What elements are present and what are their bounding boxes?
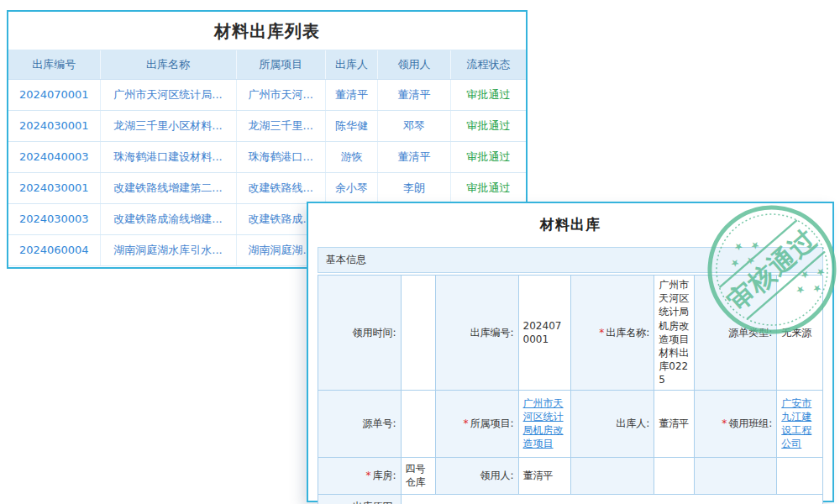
cell-status: 审批通过 (451, 141, 526, 172)
cell-name: 龙湖三千里小区材料... (100, 110, 236, 141)
cell-status: 审批通过 (451, 79, 526, 110)
recipient-label: 领用人: (436, 457, 519, 494)
cell-recipient: 董清平 (377, 79, 450, 110)
source-no-value (401, 390, 435, 457)
cell-id[interactable]: 2024030001 (8, 172, 100, 203)
source-type-label: 源单类型: (694, 276, 777, 391)
column-header: 领用人 (377, 50, 450, 79)
cell-recipient: 李朗 (377, 172, 450, 203)
cell-id[interactable]: 2024060004 (8, 234, 100, 265)
recipient-value: 董清平 (518, 457, 571, 494)
issuer-label: 出库人: (571, 390, 654, 457)
empty-value-cell (777, 457, 823, 494)
empty-label-cell (571, 457, 654, 494)
outbound-name-label: *出库名称: (571, 276, 654, 391)
cell-id[interactable]: 2024030001 (8, 110, 100, 141)
table-row[interactable]: 2024030001龙湖三千里小区材料...龙湖三千里...陈华健邓琴审批通过 (8, 110, 526, 141)
cell-project: 龙湖三千里... (236, 110, 326, 141)
required-marker: * (722, 417, 727, 429)
list-title: 材料出库列表 (8, 12, 526, 50)
source-type-value: 无来源 (777, 276, 823, 391)
cell-issuer: 游恢 (326, 141, 378, 172)
column-header: 出库编号 (8, 50, 100, 79)
section-header-basic-info: 基本信息 (318, 247, 823, 273)
cell-issuer: 陈华健 (326, 110, 378, 141)
outbound-no-value: 2024070001 (518, 276, 571, 391)
usage-time-value (401, 276, 435, 391)
cell-status: 审批通过 (451, 172, 526, 203)
page: 材料出库列表 出库编号出库名称所属项目出库人领用人流程状态 2024070001… (0, 0, 840, 504)
project-value: 广州市天河区统计局机房改造项目 (518, 390, 571, 457)
detail-title: 材料出库 (308, 215, 832, 234)
cell-project: 广州市天河... (236, 79, 326, 110)
cell-name: 改建铁路线增建第二... (100, 172, 236, 203)
project-label: *所属项目: (436, 390, 519, 457)
column-header: 出库名称 (100, 50, 236, 79)
cell-name: 湖南洞庭湖水库引水... (100, 234, 236, 265)
issuer-value: 董清平 (654, 390, 694, 457)
outbound-name-value: 广州市天河区统计局机房改造项目材料出库0225 (654, 276, 694, 391)
cell-status: 审批通过 (451, 110, 526, 141)
cell-issuer: 董清平 (326, 79, 378, 110)
required-marker: * (366, 470, 371, 481)
column-header: 所属项目 (236, 50, 326, 79)
usage-time-label: 领用时间: (318, 276, 402, 391)
cell-recipient: 邓琴 (377, 110, 450, 141)
cell-name: 珠海鹤港口建设材料... (100, 141, 236, 172)
table-row[interactable]: 2024070001广州市天河区统计局...广州市天河...董清平董清平审批通过 (8, 79, 526, 110)
cell-id[interactable]: 2024030003 (8, 203, 100, 234)
outbound-no-label: 出库编号: (436, 276, 519, 391)
team-link[interactable]: 广安市九江建设工程公司 (781, 397, 811, 450)
project-link[interactable]: 广州市天河区统计局机房改造项目 (523, 397, 564, 450)
cell-id[interactable]: 2024070001 (8, 79, 100, 110)
empty-label-cell (694, 457, 777, 494)
required-marker: * (599, 327, 604, 339)
warehouse-label: *库房: (318, 457, 402, 494)
empty-value-cell (654, 457, 694, 494)
team-label: *领用班组: (694, 390, 777, 457)
source-no-label: 源单号: (318, 390, 402, 457)
table-row[interactable]: 2024030001改建铁路线增建第二...改建铁路线...余小琴李朗审批通过 (8, 172, 526, 203)
reason-label: 出库原因: (318, 494, 402, 504)
required-marker: * (464, 417, 469, 429)
cell-id[interactable]: 2024040003 (8, 141, 100, 172)
cell-name: 广州市天河区统计局... (100, 79, 236, 110)
cell-project: 改建铁路线... (236, 172, 326, 203)
list-header-row: 出库编号出库名称所属项目出库人领用人流程状态 (8, 50, 526, 79)
outbound-detail-panel: 材料出库 基本信息 领用时间: 出库编号: 2024070001 *出库名称: … (307, 202, 834, 502)
warehouse-value: 四号仓库 (401, 457, 435, 494)
column-header: 出库人 (326, 50, 378, 79)
column-header: 流程状态 (451, 50, 526, 79)
basic-info-form: 领用时间: 出库编号: 2024070001 *出库名称: 广州市天河区统计局机… (318, 275, 823, 504)
table-row[interactable]: 2024040003珠海鹤港口建设材料...珠海鹤港口...游恢董清平审批通过 (8, 141, 526, 172)
team-value: 广安市九江建设工程公司 (777, 390, 823, 457)
reason-value (401, 494, 822, 504)
cell-project: 珠海鹤港口... (236, 141, 326, 172)
cell-recipient: 董清平 (377, 141, 450, 172)
cell-name: 改建铁路成渝线增建... (100, 203, 236, 234)
cell-issuer: 余小琴 (326, 172, 378, 203)
section-title: 基本信息 (326, 254, 366, 265)
